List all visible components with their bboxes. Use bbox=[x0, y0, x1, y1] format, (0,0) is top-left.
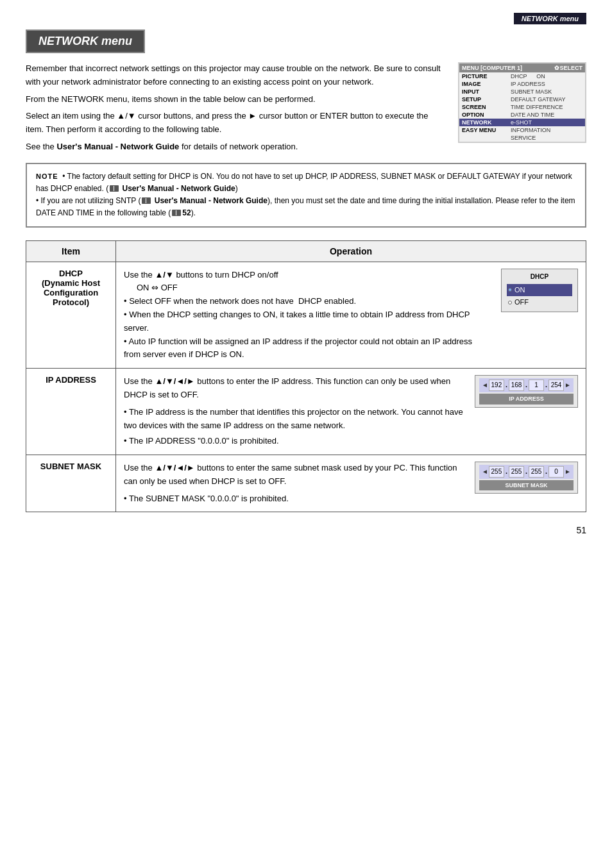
osd-menu: MENU [COMPUTER 1] ✿SELECT PICTURE DHCP O… bbox=[458, 62, 586, 143]
subnet-widget-box: ◄ 255 . 255 . 255 . 0 ► SUBNET MASK bbox=[475, 462, 578, 494]
ip-seg3: 1 bbox=[529, 380, 544, 391]
osd-right-option: DATE AND TIME bbox=[511, 112, 554, 118]
menu-title: NETWORK menu bbox=[26, 29, 145, 53]
subnet-seg4: 0 bbox=[548, 466, 564, 478]
operation-dhcp: Use the ▲/▼ buttons to turn DHCP on/off … bbox=[116, 262, 586, 369]
col-operation: Operation bbox=[116, 240, 586, 262]
ip-op2: • The IP address is the number that iden… bbox=[124, 406, 464, 433]
osd-right-input: SUBNET MASK bbox=[511, 88, 552, 95]
item-ip-label: IP ADDRESS bbox=[46, 375, 96, 385]
table-row-ip: IP ADDRESS Use the ▲/▼/◄/► buttons to en… bbox=[26, 369, 586, 455]
op-text-ip: Use the ▲/▼/◄/► buttons to enter the IP … bbox=[124, 375, 464, 448]
item-dhcp: DHCP(Dynamic HostConfigurationProtocol) bbox=[26, 262, 116, 369]
osd-header-left: MENU [COMPUTER 1] bbox=[462, 65, 522, 71]
osd-row-screen: SCREEN TIME DIFFERENCE bbox=[459, 103, 585, 111]
dhcp-op2: ON ⇔ OFF bbox=[137, 281, 491, 295]
osd-row-service: SERVICE bbox=[459, 134, 585, 142]
col-item: Item bbox=[26, 240, 116, 262]
description-text: Remember that incorrect network settings… bbox=[26, 62, 445, 154]
osd-right-screen: TIME DIFFERENCE bbox=[511, 104, 563, 110]
osd-right-image: IP ADDRESS bbox=[511, 81, 545, 87]
osd-row-setup: SETUP DEFAULT GATEWAY bbox=[459, 96, 585, 103]
desc-para2: From the NETWORK menu, items shown in th… bbox=[26, 93, 445, 106]
content-area: Remember that incorrect network settings… bbox=[26, 62, 586, 154]
header-title: NETWORK menu bbox=[514, 13, 586, 24]
dhcp-off-dot bbox=[508, 301, 512, 305]
osd-left-setup: SETUP bbox=[462, 96, 507, 103]
subnet-dot3: . bbox=[545, 466, 547, 478]
ip-input-row: ◄ 192 . 168 . 1 . 254 ► bbox=[479, 378, 574, 392]
osd-left-option: OPTION bbox=[462, 112, 507, 118]
ip-left-arrow: ◄ bbox=[482, 380, 488, 390]
op-text-dhcp: Use the ▲/▼ buttons to turn DHCP on/off … bbox=[124, 269, 491, 362]
subnet-left-arrow: ◄ bbox=[482, 467, 488, 477]
ip-dot3: . bbox=[545, 380, 547, 391]
osd-row-input: INPUT SUBNET MASK bbox=[459, 88, 585, 96]
item-dhcp-label: DHCP(Dynamic HostConfigurationProtocol) bbox=[42, 269, 100, 307]
osd-right-picture: DHCP ON bbox=[511, 73, 545, 79]
dhcp-op3: • Select OFF when the network does not h… bbox=[124, 295, 491, 308]
subnet-seg3: 255 bbox=[529, 466, 544, 478]
osd-row-picture: PICTURE DHCP ON bbox=[459, 72, 585, 80]
osd-right-service: SERVICE bbox=[511, 135, 536, 141]
subnet-dot2: . bbox=[525, 466, 527, 478]
ip-seg2: 168 bbox=[509, 380, 524, 391]
subnet-widget: ◄ 255 . 255 . 255 . 0 ► SUBNET MASK bbox=[475, 462, 578, 494]
note-text1: • The factory default setting for DHCP i… bbox=[36, 172, 572, 193]
osd-row-image: IMAGE IP ADDRESS bbox=[459, 80, 585, 88]
dhcp-widget: DHCP ON OFF bbox=[501, 269, 578, 312]
subnet-seg1: 255 bbox=[489, 466, 504, 478]
subnet-op1: Use the ▲/▼/◄/► buttons to enter the sam… bbox=[124, 462, 464, 488]
operation-subnet: Use the ▲/▼/◄/► buttons to enter the sam… bbox=[116, 455, 586, 512]
item-subnet-label: SUBNET MASK bbox=[40, 462, 101, 471]
note-box: NOTE • The factory default setting for D… bbox=[26, 163, 586, 228]
ip-widget: ◄ 192 . 168 . 1 . 254 ► IP ADDRESS bbox=[475, 375, 578, 407]
ip-right-arrow: ► bbox=[565, 380, 571, 390]
dhcp-off-label: OFF bbox=[514, 297, 529, 308]
main-table: Item Operation DHCP(Dynamic HostConfigur… bbox=[26, 240, 586, 513]
dhcp-widget-title: DHCP bbox=[507, 272, 572, 282]
subnet-label: SUBNET MASK bbox=[479, 480, 574, 490]
subnet-op2: • The SUBNET MASK "0.0.0.0" is prohibite… bbox=[124, 492, 464, 506]
dhcp-op1: Use the ▲/▼ buttons to turn DHCP on/off bbox=[124, 269, 491, 282]
ip-op1: Use the ▲/▼/◄/► buttons to enter the IP … bbox=[124, 375, 464, 402]
dhcp-on-label: ON bbox=[514, 285, 525, 296]
item-subnet: SUBNET MASK bbox=[26, 455, 116, 512]
osd-row-network: NETWORK e-SHOT bbox=[459, 119, 585, 126]
ip-seg1: 192 bbox=[489, 380, 504, 391]
op-row-ip: Use the ▲/▼/◄/► buttons to enter the IP … bbox=[124, 375, 578, 448]
operation-ip: Use the ▲/▼/◄/► buttons to enter the IP … bbox=[116, 369, 586, 455]
ip-op3: • The IP ADDRESS "0.0.0.0" is prohibited… bbox=[124, 435, 464, 448]
table-row-dhcp: DHCP(Dynamic HostConfigurationProtocol) … bbox=[26, 262, 586, 369]
dhcp-op4: • When the DHCP setting changes to ON, i… bbox=[124, 308, 491, 335]
dhcp-widget-box: DHCP ON OFF bbox=[501, 269, 578, 312]
op-row-subnet: Use the ▲/▼/◄/► buttons to enter the sam… bbox=[124, 462, 578, 505]
osd-left-screen: SCREEN bbox=[462, 104, 507, 110]
op-text-subnet: Use the ▲/▼/◄/► buttons to enter the sam… bbox=[124, 462, 464, 505]
osd-left-input: INPUT bbox=[462, 88, 507, 95]
dhcp-op5: • Auto IP function will be assigned an I… bbox=[124, 335, 491, 362]
book-icon-2 bbox=[142, 197, 151, 204]
ip-dot1: . bbox=[506, 380, 507, 391]
book-icon-1 bbox=[110, 185, 119, 192]
page-number: 51 bbox=[26, 525, 586, 535]
osd-left-picture: PICTURE bbox=[462, 73, 507, 79]
header-bar: NETWORK menu bbox=[26, 13, 586, 24]
dhcp-on-dot bbox=[508, 288, 512, 292]
osd-header-right: ✿SELECT bbox=[554, 65, 582, 71]
desc-para3: Select an item using the ▲/▼ cursor butt… bbox=[26, 110, 445, 137]
dhcp-on-option: ON bbox=[507, 284, 572, 297]
subnet-right-arrow: ► bbox=[565, 467, 571, 477]
osd-right-setup: DEFAULT GATEWAY bbox=[511, 96, 566, 103]
osd-right-network: e-SHOT bbox=[511, 119, 532, 126]
osd-header: MENU [COMPUTER 1] ✿SELECT bbox=[459, 63, 585, 72]
osd-left-easymenu: EASY MENU bbox=[462, 127, 507, 133]
subnet-input-row: ◄ 255 . 255 . 255 . 0 ► bbox=[479, 465, 574, 479]
osd-row-option: OPTION DATE AND TIME bbox=[459, 111, 585, 119]
osd-left-image: IMAGE bbox=[462, 81, 507, 87]
desc-para4: See the User's Manual - Network Guide fo… bbox=[26, 140, 445, 154]
ip-widget-box: ◄ 192 . 168 . 1 . 254 ► IP ADDRESS bbox=[475, 375, 578, 407]
desc-para1: Remember that incorrect network settings… bbox=[26, 62, 445, 89]
ip-seg4: 254 bbox=[548, 380, 564, 391]
subnet-dot1: . bbox=[506, 466, 507, 478]
